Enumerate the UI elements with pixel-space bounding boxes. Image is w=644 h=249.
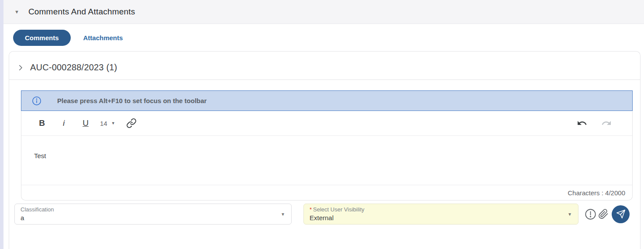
user-visibility-value: External xyxy=(310,214,561,221)
editor-accessibility-banner: Please press Alt+F10 to set focus on the… xyxy=(21,90,633,111)
character-counter: Characters : 4/2000 xyxy=(568,189,625,197)
chevron-down-icon: ▼ xyxy=(111,121,115,125)
banner-message: Please press Alt+F10 to set focus on the… xyxy=(57,97,207,104)
comment-action-icons xyxy=(584,205,630,223)
underline-button[interactable]: U xyxy=(78,116,93,131)
classification-value: a xyxy=(21,214,274,221)
chevron-down-icon: ▼ xyxy=(568,212,572,217)
section-header: ▼ Comments And Attachments xyxy=(3,0,644,24)
user-visibility-dropdown[interactable]: *Select User Visibility External ▼ xyxy=(303,204,579,225)
warning-button[interactable] xyxy=(584,208,597,221)
collapse-triangle-icon[interactable]: ▼ xyxy=(14,10,19,14)
undo-button[interactable] xyxy=(575,116,589,131)
send-icon xyxy=(616,209,626,219)
redo-button[interactable] xyxy=(599,116,614,131)
chevron-right-icon xyxy=(17,64,24,72)
italic-button[interactable]: i xyxy=(56,116,71,131)
classification-label: Classification xyxy=(21,207,274,213)
chevron-down-icon: ▼ xyxy=(281,212,285,217)
required-marker: * xyxy=(310,206,312,213)
comment-options-row: Classification a ▼ *Select User Visibili… xyxy=(14,204,640,225)
font-size-dropdown[interactable]: 14 ▼ xyxy=(100,116,115,131)
user-visibility-label: *Select User Visibility xyxy=(310,207,561,213)
editor-content-area[interactable]: Test xyxy=(21,136,632,185)
section-title: Comments And Attachments xyxy=(28,7,135,17)
comments-panel: AUC-000288/2023 (1) Please press Alt+F10… xyxy=(9,51,641,249)
link-button[interactable] xyxy=(124,116,139,131)
page-left-gutter xyxy=(0,0,3,249)
tabs-bar: Comments Attachments xyxy=(3,24,644,51)
editor-toolbar: B i U 14 ▼ xyxy=(21,111,632,136)
attach-file-button[interactable] xyxy=(597,208,610,221)
send-comment-button[interactable] xyxy=(612,205,630,223)
editor-body: B i U 14 ▼ xyxy=(21,111,633,201)
info-icon xyxy=(32,96,41,106)
divider xyxy=(9,80,640,80)
classification-dropdown[interactable]: Classification a ▼ xyxy=(14,204,292,225)
bold-button[interactable]: B xyxy=(34,116,49,131)
thread-accordion-header[interactable]: AUC-000288/2023 (1) xyxy=(9,52,640,80)
font-size-value: 14 xyxy=(100,120,107,127)
comments-attachments-section: ▼ Comments And Attachments Comments Atta… xyxy=(3,0,644,249)
rich-text-editor: Please press Alt+F10 to set focus on the… xyxy=(21,90,633,201)
tab-comments[interactable]: Comments xyxy=(13,30,71,46)
tab-attachments[interactable]: Attachments xyxy=(83,34,123,42)
character-counter-row: Characters : 4/2000 xyxy=(21,185,632,200)
thread-title: AUC-000288/2023 (1) xyxy=(30,62,117,73)
